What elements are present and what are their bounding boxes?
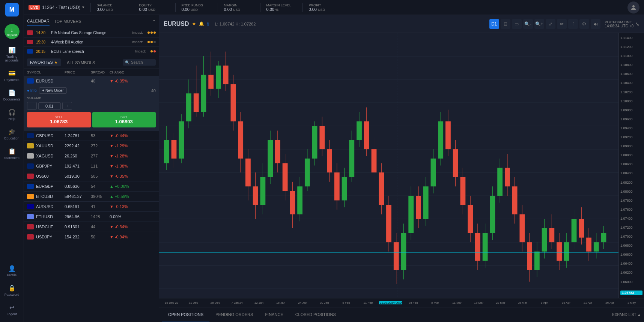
chart-type-candlestick-button[interactable]: ⊟ [501,19,510,29]
svg-rect-94 [460,177,466,205]
chart-info-icon[interactable]: ℹ [207,21,209,27]
tab-all-symbols[interactable]: ALL SYMBOLS [64,59,98,66]
chart-bell-icon[interactable]: 🔔 [199,21,204,26]
symbol-row-eurusd[interactable]: EURUSD 40 ▼ -0.35% ● Info + New Order 40… [24,76,159,131]
account-dropdown-icon[interactable]: ▾ [82,5,84,10]
tab-top-movers[interactable]: TOP MOVERS [54,18,81,25]
buy-button[interactable]: BUY 1.06803 [92,112,156,127]
symbol-row-eurgbp[interactable]: EURGBP 0.85636 54 ▲ +0.08% [24,181,159,192]
fullscreen-button[interactable]: ⤡ [635,21,639,27]
impact-label: Impact: [132,40,143,44]
sell-button[interactable]: SELL 1.06783 [27,112,91,127]
chart-star-icon[interactable]: ★ [192,21,196,26]
symbol-row-main[interactable]: USDJPY 154.232 50 ▼ -0.94% [24,232,159,242]
symbol-row-us500[interactable]: US500 5019.30 505 ▼ -0.35% [24,171,159,181]
symbol-row-gbpjpy[interactable]: GBPJPY 192.471 111 ▼ -1.38% [24,161,159,171]
expand-list-button[interactable]: EXPAND LIST ▲ [612,313,641,317]
symbol-row-main[interactable]: GBPUSD 1.24781 53 ▼ -0.44% [24,131,159,141]
volume-decrease-button[interactable]: − [27,102,37,110]
symbol-row-usdjpy[interactable]: USDJPY 154.232 50 ▼ -0.94% [24,232,159,242]
zoom-out-button[interactable]: 🔍- [523,19,533,29]
panel-collapse-button[interactable]: ⌃ [152,19,156,24]
user-avatar[interactable] [627,1,639,13]
new-order-button[interactable]: + New Order [39,87,67,94]
info-link[interactable]: ● Info [27,88,37,93]
price-level: 1.10600 [620,72,642,76]
sidebar-item-profile[interactable]: 👤 Profile [2,262,23,280]
symbol-row-xauusd[interactable]: XAUUSD 2292.42 272 ▼ -1.29% [24,141,159,151]
settings-button[interactable]: ⚙ [579,19,589,29]
symbol-tabs: FAVORITES ★ ALL SYMBOLS 🔍 [24,56,159,69]
symbol-row-main[interactable]: XAGUSD 26.260 277 ▼ -1.28% [24,151,159,161]
svg-rect-124 [572,219,577,242]
fit-button[interactable]: ⤢ [546,19,555,29]
time-label: 11 Mar [446,301,468,304]
sidebar-item-payments[interactable]: 💳 Payments [2,67,23,85]
bottom-tab-pending-orders[interactable]: PENDING ORDERS [209,307,259,322]
symbol-row-main[interactable]: GBPJPY 192.471 111 ▼ -1.38% [24,161,159,171]
zoom-in-button[interactable]: 🔍+ [534,19,544,29]
bottom-tab-finance[interactable]: FINANCE [259,307,289,322]
sidebar-item-documents[interactable]: 📄 Documents [2,86,23,104]
svg-rect-24 [201,75,206,112]
volume-input[interactable] [38,102,61,110]
symbol-row-main[interactable]: EURGBP 0.85636 54 ▲ +0.08% [24,181,159,191]
header-divider [302,3,303,12]
deposit-button[interactable]: ↓ Deposit [5,24,20,39]
forward-button[interactable]: ⏭ [591,19,600,29]
price-level: 1.07800 [620,199,642,202]
timeframe-d1-button[interactable]: D1 [489,19,499,29]
symbol-row-ethusd[interactable]: ETHUSD 2964.96 1428 0.00% [24,212,159,222]
time-label: 22 Mar [490,301,512,304]
symbol-row-main[interactable]: USDCHF 0.91301 44 ▼ -0.34% [24,222,159,232]
symbol-row-audusd[interactable]: AUDUSD 0.65191 41 ▼ -0.13% [24,202,159,212]
svg-rect-78 [401,233,406,270]
symbol-row-main[interactable]: EURUSD 40 ▼ -0.35% [24,76,159,86]
svg-rect-26 [208,75,214,89]
search-input[interactable] [131,60,153,64]
symbol-row-usdchf[interactable]: USDCHF 0.91301 44 ▼ -0.34% [24,222,159,232]
event-time-2: 15:30 [36,40,48,44]
svg-rect-92 [453,149,458,177]
symbol-row-gbpusd[interactable]: GBPUSD 1.24781 53 ▼ -0.44% [24,131,159,141]
main-area: LIVE 11264 - Test (USD) ▾ BALANCE 0.00 U… [24,0,644,322]
draw-button[interactable]: ✏ [557,19,567,29]
symbol-row-main[interactable]: US500 5019.30 505 ▼ -0.35% [24,171,159,181]
fib-button[interactable]: f [568,19,578,29]
svg-rect-106 [505,168,510,187]
impact-dot [153,50,156,52]
chart-canvas[interactable] [159,33,618,298]
symbol-name-cell: EURGBP [27,184,65,189]
symbol-row-main[interactable]: XAUUSD 2292.42 272 ▼ -1.29% [24,141,159,151]
symbol-row-btcusd[interactable]: BTCUSD 58461.37 39045 ▲ +0.59% [24,192,159,202]
svg-rect-32 [231,84,236,121]
symbol-row-main[interactable]: BTCUSD 58461.37 39045 ▲ +0.59% [24,192,159,201]
symbol-row-xagusd[interactable]: XAGUSD 26.260 277 ▼ -1.28% [24,151,159,161]
sidebar-item-help[interactable]: 🎧 Help [2,106,23,124]
sidebar-item-logout[interactable]: ↩ Logout [2,301,23,319]
bottom-tab-closed-positions[interactable]: CLOSED POSITIONS [289,307,342,322]
bottom-tab-open-positions[interactable]: OPEN POSITIONS [162,307,209,322]
symbol-change: ▼ -1.28% [110,154,132,158]
impact-dot [150,31,153,34]
symbol-row-main[interactable]: AUDUSD 0.65191 41 ▼ -0.13% [24,202,159,211]
sidebar-item-password[interactable]: 🔒 Password [2,282,23,300]
sidebar-item-education[interactable]: 🎓 Education [2,125,23,143]
sidebar-item-label: Statement [4,156,20,160]
sidebar-item-label: Education [4,136,19,140]
svg-rect-98 [475,233,480,261]
chart-type-bar-button[interactable]: ▭ [512,19,522,29]
margin-value: 0.00 USD [224,7,254,12]
symbol-spread: 40 [91,79,110,83]
symbol-price: 192.471 [65,164,91,168]
time-label: 24 Jan [292,301,313,304]
free-funds-label: FREE FUNDS [182,3,212,7]
symbol-name-cell: XAUUSD [27,143,65,148]
sidebar-item-trading-accounts[interactable]: 📊 Trading accounts [2,43,23,65]
tab-favorites[interactable]: FAVORITES ★ [27,58,61,66]
volume-increase-button[interactable]: + [62,102,72,110]
time-label: 26 Apr [599,301,621,304]
sidebar-item-statement[interactable]: 📋 Statement [2,145,23,163]
tab-calendar[interactable]: CALENDAR [27,17,50,25]
symbol-row-main[interactable]: ETHUSD 2964.96 1428 0.00% [24,212,159,222]
